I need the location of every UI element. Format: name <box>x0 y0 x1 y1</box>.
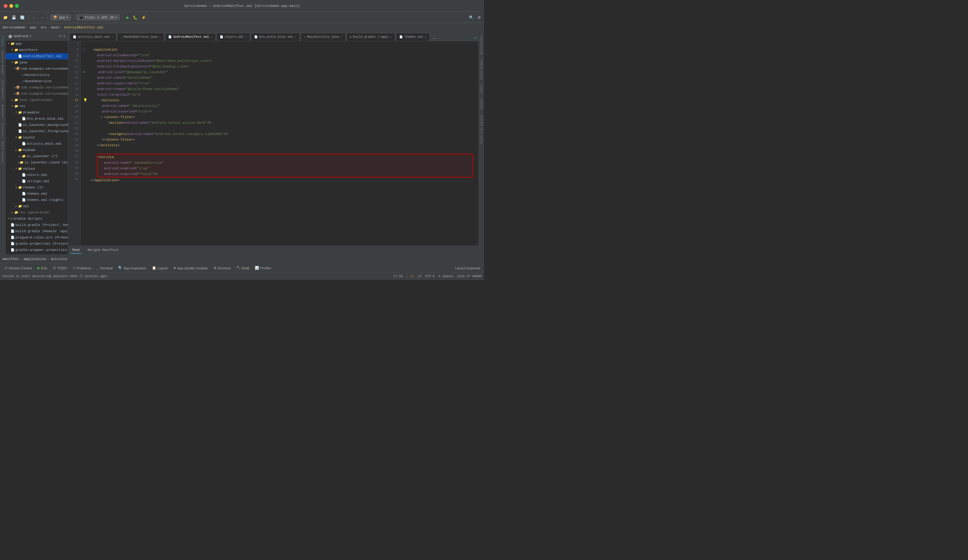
app-quality-btn[interactable]: ★ App Quality Insights <box>171 265 210 271</box>
encoding[interactable]: UTF-8 <box>425 275 434 278</box>
breadcrumb-manifest-item[interactable]: manifest <box>3 257 19 261</box>
tree-gradle-scripts[interactable]: ▼ ⚙ Gradle Scripts <box>6 216 68 222</box>
app-inspection-btn[interactable]: 🔍 App Inspection <box>116 265 149 271</box>
toolbar-forward-btn[interactable]: → <box>39 15 45 20</box>
toolbar-back-btn[interactable]: ← <box>31 15 38 20</box>
settings-btn[interactable]: ⚙ <box>476 15 482 20</box>
right-tab-gradle[interactable]: Gradle <box>479 83 483 95</box>
tree-gradle-props[interactable]: 📄 gradle.properties (Project Properties) <box>6 241 68 247</box>
breadcrumb-main[interactable]: main <box>51 26 60 30</box>
problems-btn[interactable]: ⚠ Problems <box>70 265 93 271</box>
tree-xml[interactable]: ▶ 📁 xml <box>6 203 68 209</box>
right-tab-emulator[interactable]: Emulator <box>479 96 483 111</box>
tree-androidtest[interactable]: ▶ 📦 com.example.servicedemo (androidTest… <box>6 84 68 91</box>
run-footer-btn[interactable]: ▶ Run <box>35 265 50 271</box>
breadcrumb-servicedemo[interactable]: ServiceDemo <box>3 26 25 30</box>
todo-btn[interactable]: ☑ TODO <box>51 265 69 271</box>
tab-close-main[interactable]: ✕ <box>340 35 342 39</box>
right-tab-device-manager[interactable]: Device Manager <box>479 57 483 81</box>
sidebar-tab-project[interactable]: Project <box>1 33 5 49</box>
tab-close-activity[interactable]: ✕ <box>111 35 113 39</box>
tree-ic-fg[interactable]: 📄 ic_launcher_foreground.xml (v24) <box>6 128 68 134</box>
tree-build-gradle-project[interactable]: 📄 build.gradle (Project: ServiceDemo) <box>6 222 68 228</box>
tree-test[interactable]: ▶ 📦 com.example.servicedemo (test) <box>6 91 68 97</box>
tree-local-props[interactable]: 📄 local.properties (SDK Location) <box>6 253 68 254</box>
tree-res-generated[interactable]: ▶ 📁 res (generated) <box>6 209 68 216</box>
tab-close-colors[interactable]: ✕ <box>245 35 247 39</box>
tab-merged-manifest[interactable]: Merged Manifest <box>86 247 120 254</box>
tab-text[interactable]: Text <box>71 247 81 254</box>
breadcrumb-manifest[interactable]: AndroidManifest.xml <box>64 26 103 30</box>
tab-close-service[interactable]: ✕ <box>159 35 161 39</box>
tree-proguard[interactable]: 📄 proguard-rules.pro (ProGuard Rules for… <box>6 235 68 241</box>
tab-close-btn[interactable]: ✕ <box>295 35 296 39</box>
tab-mainactivity[interactable]: ☕ MainActivity.java ✕ <box>300 33 346 41</box>
profiler-btn[interactable]: 📊 Profiler <box>253 265 273 271</box>
right-tab-file-explorer[interactable]: Device File Explorer <box>479 112 483 146</box>
tree-themes-xml[interactable]: 📄 themes.xml <box>6 191 68 197</box>
sidebar-tab-resource[interactable]: Resource Manager <box>1 49 5 78</box>
tab-build-gradle[interactable]: ⚙ build.gradle (:app) ✕ <box>346 33 396 41</box>
search-btn[interactable]: 🔍 <box>468 15 475 20</box>
tree-randomservice[interactable]: ◯ RandomService <box>6 78 68 84</box>
tree-values[interactable]: ▼ 📁 values <box>6 166 68 172</box>
cursor-position[interactable]: 17:18 <box>393 275 403 278</box>
tree-androidmanifest[interactable]: 📄 AndroidManifest.xml <box>6 53 68 59</box>
tree-java[interactable]: ▼ 📁 java <box>6 59 68 66</box>
tab-activity-main[interactable]: 📄 activity_main.xml ✕ <box>70 33 116 41</box>
sidebar-tab-pullrequests[interactable]: Pull Requests <box>1 78 5 102</box>
code-editor[interactable]: ● <application android:allowBackup="true… <box>81 41 478 246</box>
tab-colors[interactable]: 📄 colors.xml ✕ <box>216 33 250 41</box>
tree-themes[interactable]: ▼ 📁 themes (2) <box>6 184 68 191</box>
layout-inspector-btn[interactable]: Layout Inspector <box>453 265 483 271</box>
more-tabs-btn[interactable]: ⋯ <box>432 36 437 41</box>
tree-ic-launcher-round[interactable]: ▶ 📁 ic_launcher_round (6) <box>6 159 68 166</box>
tab-androidmanifest[interactable]: 📄 AndroidManifest.xml ✕ <box>165 33 215 41</box>
maximize-button[interactable] <box>15 4 19 8</box>
tab-close-manifest[interactable]: ✕ <box>211 35 212 39</box>
version-control-btn[interactable]: ⎇ Version Control <box>1 265 34 271</box>
profile-btn[interactable]: ⚡ <box>140 15 147 20</box>
device-dropdown[interactable]: 📱 Pixel 2 API 30 ▾ <box>76 14 120 20</box>
tab-btn-press[interactable]: 📄 btn_press_blue.xml ✕ <box>251 33 300 41</box>
tree-gradle-wrapper[interactable]: 📄 gradle-wrapper.properties (Gradle Vers… <box>6 247 68 253</box>
tab-themes[interactable]: 📄 themes.xml ✕ <box>396 33 429 41</box>
close-button[interactable] <box>4 4 8 8</box>
project-panel-gear-btn[interactable]: ⚙ <box>63 34 65 38</box>
indent[interactable]: 4 spaces <box>438 275 453 278</box>
run-btn[interactable]: ▶ <box>125 15 130 20</box>
sidebar-tab-structure[interactable]: Structure <box>1 121 5 139</box>
tree-ic-launcher[interactable]: ▶ 📁 ic_launcher (7) <box>6 153 68 159</box>
breadcrumb-src[interactable]: src <box>41 26 47 30</box>
tree-java-generated[interactable]: ▶ 📁 java (generated) <box>6 97 68 103</box>
right-tab-notifications[interactable]: Notifications <box>479 33 483 56</box>
sidebar-tab-bookmarks[interactable]: Bookmarks <box>1 102 5 121</box>
dropdown-arrow[interactable]: ▾ <box>30 34 31 38</box>
app-module-dropdown[interactable]: 📦 app ▾ <box>50 14 71 20</box>
tab-close-themes[interactable]: ✕ <box>424 35 426 39</box>
tree-res[interactable]: ▼ 📁 res <box>6 103 68 109</box>
tree-app[interactable]: ▼ 📁 app <box>6 41 68 47</box>
breadcrumb-app[interactable]: app <box>30 26 36 30</box>
tree-layout[interactable]: ▼ 📁 layout <box>6 134 68 140</box>
sidebar-tab-buildvariants[interactable]: Build Variants <box>1 139 5 165</box>
toolbar-file-btn[interactable]: 📁 <box>2 15 9 20</box>
tree-activity-main[interactable]: 📄 activity_main.xml <box>6 140 68 147</box>
breadcrumb-application-item[interactable]: application <box>23 257 46 261</box>
logcat-btn[interactable]: 📋 Logcat <box>150 265 170 271</box>
toolbar-refresh-btn[interactable]: 🔄 <box>19 15 26 20</box>
tree-drawable[interactable]: ▼ 📁 drawable <box>6 109 68 116</box>
line-ending[interactable]: LF <box>418 275 421 278</box>
debug-btn[interactable]: 🐛 <box>132 15 139 20</box>
tab-random-service[interactable]: ☕ RandomService.java ✕ <box>117 33 164 41</box>
tree-themes-night[interactable]: 📄 themes.xml (night) <box>6 197 68 203</box>
tree-mipmap[interactable]: ▶ 📁 mipmap <box>6 147 68 153</box>
tree-manifests[interactable]: ▼ 📁 manifests <box>6 47 68 53</box>
tree-strings[interactable]: 📄 strings.xml <box>6 178 68 184</box>
build-btn[interactable]: 🔨 Build <box>234 265 251 271</box>
toolbar-save-btn[interactable]: 💾 <box>10 15 18 20</box>
tab-close-gradle[interactable]: ✕ <box>390 35 392 39</box>
terminal-btn[interactable]: _ Terminal <box>94 265 115 271</box>
tree-build-gradle-app[interactable]: 📄 build.gradle (Module :app) <box>6 228 68 235</box>
services-btn[interactable]: ⚙ Services <box>211 265 233 271</box>
